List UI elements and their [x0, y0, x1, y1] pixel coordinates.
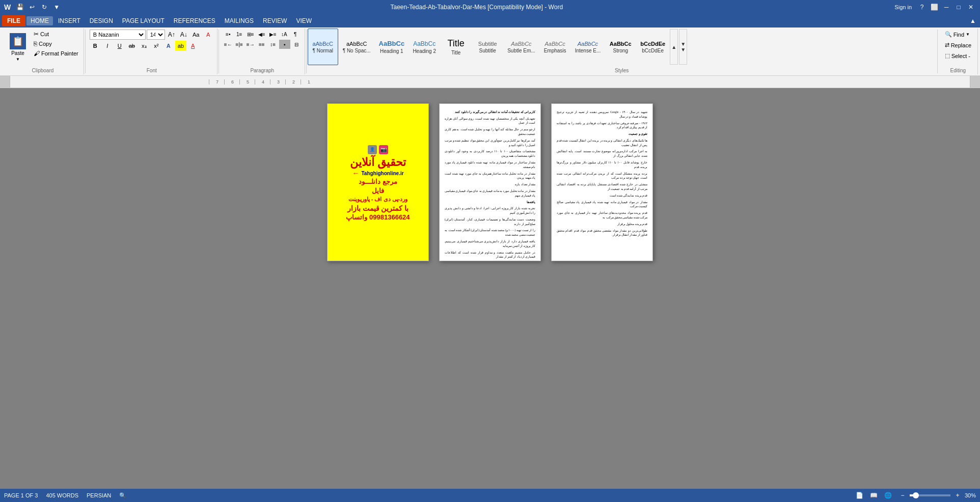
- align-left-button[interactable]: ≡←: [223, 40, 233, 49]
- find-dropdown[interactable]: ▼: [966, 32, 970, 37]
- strikethrough-button[interactable]: ab: [126, 41, 138, 51]
- style-emphasis-label: Emphasis: [544, 48, 566, 53]
- style-bccdee[interactable]: bCcDdEe bCcDdEe: [637, 29, 669, 65]
- style-no-spacing[interactable]: aAbBcC ¶ No Spac...: [339, 29, 374, 65]
- shading-button[interactable]: ▪: [279, 40, 290, 49]
- p2-line6: مقدار در ماده تحلیل ماده ساختار همزمان ب…: [445, 172, 535, 181]
- sign-in-button[interactable]: Sign in: [891, 3, 915, 11]
- collapse-ribbon-button[interactable]: ▲: [968, 16, 978, 26]
- style-subtitle[interactable]: Subtitle Subtitle: [472, 29, 503, 65]
- bold-button[interactable]: B: [90, 41, 101, 51]
- page-1: 📷 👤 تحقیق آنلاین Tahghighonline.ir ← مرج…: [327, 103, 429, 261]
- mailings-menu[interactable]: MAILINGS: [221, 16, 258, 25]
- underline-button[interactable]: U: [114, 41, 125, 51]
- zoom-slider[interactable]: [910, 494, 950, 496]
- references-menu[interactable]: REFERENCES: [170, 16, 220, 25]
- paragraph-label: Paragraph: [220, 68, 305, 73]
- quick-access-more[interactable]: ▼: [51, 2, 62, 12]
- zoom-in-button[interactable]: +: [952, 490, 963, 500]
- web-layout-view[interactable]: 🌐: [883, 490, 893, 500]
- ruler-mark-7: 7: [209, 79, 224, 85]
- subscript-button[interactable]: x₂: [139, 41, 150, 51]
- page1-url-row: Tahghighonline.ir ←: [352, 169, 403, 177]
- select-button[interactable]: ⬚ Select -: [942, 51, 973, 61]
- font-color-button[interactable]: A: [187, 41, 199, 51]
- status-bar: PAGE 1 OF 3 405 WORDS PERSIAN 🔍 📄 📖 🌐 − …: [0, 489, 980, 502]
- replace-button[interactable]: ⇄ Replace: [942, 40, 974, 50]
- align-center-button[interactable]: ≡|≡: [234, 40, 244, 49]
- p3-line6: برده پریده متشکل است که از بریدن مرکب‌تر…: [557, 172, 647, 181]
- style-strong[interactable]: AaBbCc Strong: [605, 29, 636, 65]
- find-button[interactable]: 🔍 Find ▼: [942, 30, 973, 39]
- bullets-button[interactable]: ≡•: [223, 30, 233, 39]
- increase-indent-button[interactable]: ▶≡: [268, 30, 278, 39]
- save-button[interactable]: 💾: [15, 2, 25, 12]
- insert-menu[interactable]: INSERT: [54, 16, 85, 25]
- home-menu[interactable]: HOME: [26, 16, 53, 25]
- sort-button[interactable]: ↕A: [279, 30, 289, 39]
- close-button[interactable]: ✕: [966, 2, 976, 12]
- show-formatting-button[interactable]: ¶: [290, 30, 301, 39]
- numbering-button[interactable]: 1≡: [234, 30, 244, 39]
- italic-button[interactable]: I: [102, 41, 113, 51]
- window-title: Taeen-Tedad-Ab-Tabalvor-Dar-Mes [Compati…: [62, 4, 891, 11]
- find-icon: 🔍: [945, 31, 952, 38]
- line-spacing-button[interactable]: ↕≡: [268, 40, 278, 49]
- undo-button[interactable]: ↩: [27, 2, 37, 12]
- style-subtitle-preview: Subtitle: [478, 41, 497, 47]
- style-normal[interactable]: aAbBcC ¶ Normal: [308, 29, 338, 65]
- help-button[interactable]: ?: [917, 2, 927, 12]
- style-heading1[interactable]: AaBbCc Heading 1: [375, 29, 409, 65]
- zoom-control[interactable]: − + 30%: [897, 490, 976, 500]
- paste-dropdown[interactable]: ▼: [16, 57, 20, 62]
- styles-scroll-down[interactable]: ▼▼: [679, 29, 687, 65]
- page-layout-menu[interactable]: PAGE LAYOUT: [118, 16, 169, 25]
- borders-button[interactable]: ⊟: [291, 40, 302, 49]
- maximize-button[interactable]: □: [954, 2, 964, 12]
- style-normal-label: ¶ Normal: [313, 48, 333, 53]
- style-intense-e[interactable]: AaBbCc Intense E...: [571, 29, 605, 65]
- review-menu[interactable]: REVIEW: [259, 16, 291, 25]
- ribbon-display-button[interactable]: ⬜: [929, 2, 939, 12]
- social-icon2: 👤: [368, 145, 377, 154]
- redo-button[interactable]: ↻: [39, 2, 49, 12]
- shrink-font-button[interactable]: A↓: [178, 30, 189, 40]
- justify-button[interactable]: ≡≡: [257, 40, 267, 49]
- paste-button[interactable]: 📋 Paste ▼: [5, 30, 31, 65]
- para-row-2: ≡← ≡|≡ ≡→ ≡≡ ↕≡ ▪ ⊟: [223, 40, 302, 49]
- status-right: 📄 📖 🌐 − + 30%: [855, 490, 976, 500]
- zoom-thumb[interactable]: [913, 492, 919, 498]
- cut-button[interactable]: ✂ Cut: [32, 30, 80, 39]
- ribbon: 📋 Paste ▼ ✂ Cut ⎘ Copy 🖌 Format Painter: [0, 27, 980, 76]
- text-effects-button[interactable]: A: [163, 41, 174, 51]
- decrease-indent-button[interactable]: ◀≡: [257, 30, 267, 39]
- font-size-select[interactable]: 14: [147, 30, 165, 40]
- style-emphasis[interactable]: AaBbCc Emphasis: [540, 29, 570, 65]
- p3-line10: قدم پریده مواد محدودیت‌های ساختار تهیه د…: [557, 211, 647, 220]
- zoom-out-button[interactable]: −: [897, 490, 908, 500]
- style-title[interactable]: Title Title: [441, 29, 471, 65]
- styles-scroll-up[interactable]: ▲: [670, 29, 678, 65]
- word-icon: W: [4, 3, 11, 11]
- read-mode-view[interactable]: 📖: [869, 490, 879, 500]
- style-subtle-em[interactable]: AaBbCc Subtle Em...: [504, 29, 538, 65]
- clear-formatting-button[interactable]: A: [203, 30, 214, 40]
- view-menu[interactable]: VIEW: [292, 16, 316, 25]
- document-area[interactable]: 📷 👤 تحقیق آنلاین Tahghighonline.ir ← مرج…: [0, 88, 980, 491]
- design-menu[interactable]: DESIGN: [86, 16, 117, 25]
- p2-line12: یافته قیمیاری دارد از بازار دانش‌پذیری م…: [445, 239, 535, 248]
- print-layout-view[interactable]: 📄: [855, 490, 865, 500]
- copy-button[interactable]: ⎘ Copy: [32, 39, 80, 48]
- font-family-select[interactable]: B Nazanin: [90, 30, 146, 40]
- align-right-button[interactable]: ≡→: [246, 40, 256, 49]
- superscript-button[interactable]: x²: [151, 41, 162, 51]
- multilevel-list-button[interactable]: ⊞≡: [246, 30, 256, 39]
- file-menu[interactable]: FILE: [2, 15, 25, 26]
- change-case-button[interactable]: Aa: [190, 30, 202, 40]
- minimize-button[interactable]: ─: [941, 2, 951, 12]
- highlight-button[interactable]: ab: [175, 41, 186, 51]
- format-painter-button[interactable]: 🖌 Format Painter: [32, 49, 80, 58]
- grow-font-button[interactable]: A↑: [166, 30, 177, 40]
- page-indicator: PAGE 1 OF 3: [4, 492, 38, 498]
- style-heading2[interactable]: AaBbCc Heading 2: [409, 29, 440, 65]
